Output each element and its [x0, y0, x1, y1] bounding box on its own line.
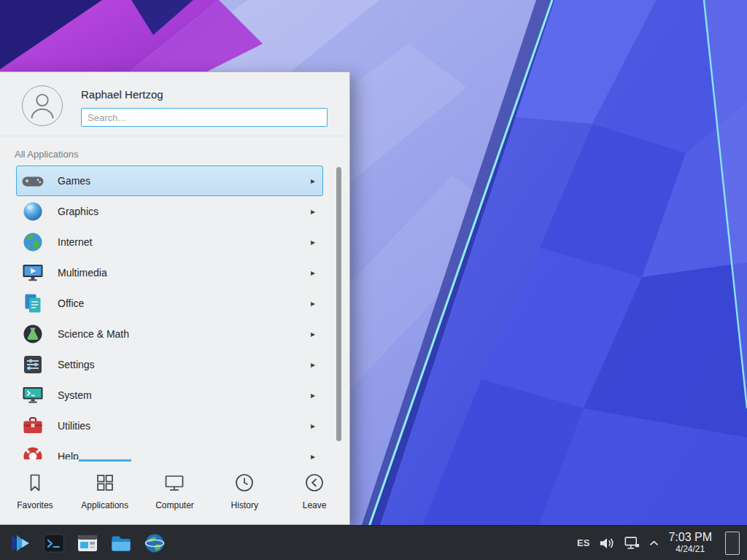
- taskbar-app-file-manager[interactable]: [107, 528, 136, 559]
- file-manager-icon: [110, 532, 132, 554]
- app-launcher-icon: [9, 532, 31, 554]
- application-launcher-menu: Raphael Hertzog All Applications Games▸G…: [0, 71, 350, 525]
- tab-history[interactable]: History: [209, 459, 279, 524]
- leave-icon: [303, 472, 325, 494]
- submenu-arrow-icon: ▸: [311, 268, 315, 278]
- app-launcher-button[interactable]: [6, 528, 35, 559]
- submenu-arrow-icon: ▸: [311, 390, 315, 400]
- submenu-arrow-icon: ▸: [311, 359, 315, 370]
- tab-label: Applications: [81, 500, 128, 510]
- menu-item-multimedia[interactable]: Multimedia▸: [16, 257, 323, 288]
- favorites-icon: [24, 472, 46, 494]
- menu-item-label: Help: [58, 451, 79, 459]
- submenu-arrow-icon: ▸: [311, 298, 315, 308]
- category-list: Games▸Graphics▸Internet▸Multimedia▸Offic…: [0, 164, 349, 459]
- taskbar-apps: [39, 528, 174, 559]
- menu-item-graphics[interactable]: Graphics▸: [16, 196, 323, 227]
- menu-item-internet[interactable]: Internet▸: [16, 227, 323, 257]
- submenu-arrow-icon: ▸: [311, 237, 315, 247]
- network-icon[interactable]: [624, 536, 640, 551]
- taskbar-app-terminal[interactable]: [39, 528, 69, 559]
- tab-label: History: [231, 500, 258, 510]
- menu-item-science-math[interactable]: Science & Math▸: [16, 319, 323, 349]
- browser-icon: [144, 532, 166, 554]
- menu-item-label: Office: [58, 298, 84, 309]
- taskbar: ES 7:03 PM 4/24/21: [0, 525, 747, 560]
- user-avatar[interactable]: [22, 85, 63, 126]
- submenu-arrow-icon: ▸: [311, 421, 315, 431]
- menu-item-help[interactable]: Help▸: [16, 441, 323, 459]
- system-icon: [21, 384, 44, 407]
- multimedia-icon: [21, 261, 44, 284]
- submenu-arrow-icon: ▸: [311, 206, 315, 217]
- history-icon: [233, 472, 255, 494]
- games-icon: [21, 169, 44, 192]
- menu-item-system[interactable]: System▸: [16, 380, 323, 411]
- header-right: Raphael Hertzog: [81, 85, 328, 127]
- user-name: Raphael Hertzog: [81, 88, 328, 101]
- menu-item-games[interactable]: Games▸: [16, 166, 323, 196]
- scrollbar[interactable]: [336, 167, 341, 441]
- tray-expander-icon[interactable]: [649, 540, 659, 546]
- category-list-viewport: Games▸Graphics▸Internet▸Multimedia▸Offic…: [0, 164, 349, 459]
- submenu-arrow-icon: ▸: [311, 451, 315, 459]
- search-input[interactable]: [81, 108, 328, 127]
- clock-date: 4/24/21: [668, 545, 712, 555]
- science-icon: [21, 322, 44, 346]
- menu-item-label: Settings: [58, 359, 95, 370]
- computer-icon: [163, 472, 185, 494]
- keyboard-layout-indicator[interactable]: ES: [577, 537, 589, 548]
- volume-icon[interactable]: [599, 536, 615, 551]
- clock-time: 7:03 PM: [668, 531, 712, 544]
- user-icon: [23, 87, 61, 125]
- tab-favorites[interactable]: Favorites: [0, 459, 70, 524]
- menu-item-label: Graphics: [58, 206, 98, 217]
- menu-item-settings[interactable]: Settings▸: [16, 349, 323, 380]
- applications-icon: [94, 472, 116, 494]
- tab-leave[interactable]: Leave: [279, 459, 349, 524]
- submenu-arrow-icon: ▸: [311, 176, 315, 186]
- section-label: All Applications: [0, 136, 349, 164]
- graphics-icon: [21, 200, 44, 223]
- tab-label: Favorites: [17, 500, 53, 510]
- menu-item-utilities[interactable]: Utilities▸: [16, 411, 323, 441]
- menu-item-label: Science & Math: [58, 328, 129, 340]
- taskbar-app-browser[interactable]: [140, 528, 169, 559]
- clock[interactable]: 7:03 PM 4/24/21: [668, 531, 712, 554]
- taskbar-app-software[interactable]: [73, 528, 102, 559]
- menu-item-label: Internet: [58, 236, 92, 248]
- menu-item-label: Utilities: [58, 420, 90, 432]
- internet-icon: [21, 230, 44, 254]
- system-tray: ES 7:03 PM 4/24/21: [577, 531, 741, 554]
- tab-computer[interactable]: Computer: [140, 459, 210, 524]
- tab-label: Leave: [303, 500, 327, 510]
- submenu-arrow-icon: ▸: [311, 329, 315, 339]
- terminal-icon: [43, 532, 65, 554]
- menu-item-label: Games: [58, 175, 90, 187]
- tab-label: Computer: [155, 500, 194, 510]
- show-desktop-button[interactable]: [725, 532, 740, 555]
- software-icon: [77, 532, 98, 554]
- menu-item-label: System: [58, 389, 92, 401]
- tab-bar: FavoritesApplicationsComputerHistoryLeav…: [0, 459, 349, 524]
- menu-item-label: Multimedia: [58, 267, 107, 279]
- office-icon: [21, 292, 44, 315]
- menu-item-office[interactable]: Office▸: [16, 288, 323, 319]
- help-icon: [21, 445, 44, 459]
- launcher-header: Raphael Hertzog: [0, 72, 349, 136]
- tab-applications[interactable]: Applications: [70, 459, 140, 524]
- utilities-icon: [21, 414, 44, 438]
- settings-icon: [21, 353, 44, 376]
